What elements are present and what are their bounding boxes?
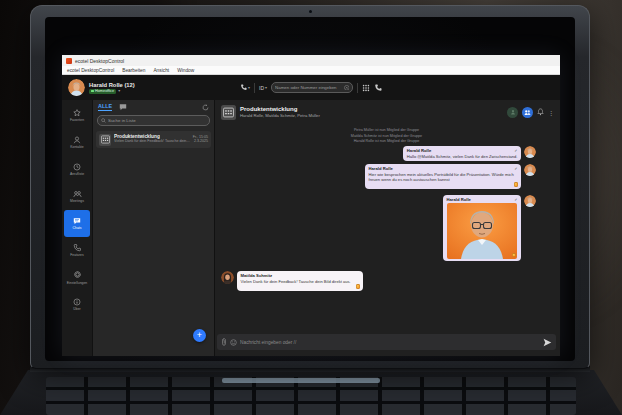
chevron-down-icon: ▾ — [248, 86, 250, 90]
contact-search-input[interactable] — [275, 85, 342, 90]
laptop-base — [0, 370, 622, 415]
group-avatar-icon — [99, 134, 111, 146]
info-icon — [73, 298, 81, 306]
presence-dot-icon — [91, 90, 94, 93]
reaction-emoji[interactable] — [356, 284, 361, 289]
chevron-down-icon: ▾ — [265, 86, 267, 90]
conversation-actions: ⋮ — [507, 107, 554, 118]
portrait-photo[interactable] — [447, 203, 517, 259]
message-input-field[interactable] — [217, 334, 556, 350]
chat-item-body: Produktentwicklung Fr., 15:05 Vielen Dan… — [114, 134, 208, 146]
sidebar-item-features[interactable]: Features — [64, 237, 90, 264]
menu-item-window[interactable]: Window — [177, 68, 194, 73]
call-mode-button[interactable]: ▾ — [240, 84, 250, 91]
sidebar-item-favoriten[interactable]: Favoriten — [64, 102, 90, 129]
chat-list-item-produktentwicklung[interactable]: Produktentwicklung Fr., 15:05 Vielen Dan… — [96, 131, 211, 148]
message-input[interactable] — [240, 340, 540, 345]
list-search-field[interactable] — [97, 115, 210, 126]
message-bubble-incoming: Matilda Schmitz Vielen Dank für dein Fee… — [237, 271, 363, 290]
conversation-title: Produktentwicklung — [240, 106, 320, 112]
phone-icon — [240, 84, 247, 91]
delivered-check-icon: ✓ — [514, 148, 517, 153]
webcam-dot — [309, 10, 312, 13]
user-avatar[interactable] — [68, 79, 85, 96]
clock-icon — [73, 163, 81, 171]
tab-alle[interactable]: ALLE — [98, 103, 112, 111]
chat-item-date: 2.3.2025 — [194, 139, 208, 143]
sender-avatar — [524, 195, 536, 207]
bell-icon[interactable] — [537, 108, 544, 116]
system-messages: Petra Müller ist nun Mitglied der Gruppe… — [221, 128, 552, 143]
app-window: ecotel DesktopControl ecotel DesktopCont… — [62, 55, 560, 356]
message-sender: Harald Rolle — [407, 148, 431, 153]
send-icon[interactable] — [543, 338, 552, 347]
window-title: ecotel DesktopControl — [75, 58, 124, 64]
message-bubble-outgoing: Harald Rolle✓ Hallo @Matilda Schmitz, vi… — [403, 146, 521, 161]
menu-item-ansicht[interactable]: Ansicht — [153, 68, 169, 73]
presence-label: Homeoffice — [95, 89, 114, 93]
message-row: Matilda Schmitz Vielen Dank für dein Fee… — [221, 271, 552, 290]
clear-icon[interactable] — [344, 85, 350, 91]
person-icon — [73, 136, 81, 144]
id-selector[interactable]: ID ▾ — [259, 85, 267, 91]
emoji-icon[interactable] — [230, 339, 237, 346]
menu-bar: ecotel DesktopControl Bearbeiten Ansicht… — [62, 66, 560, 75]
divider — [254, 83, 255, 93]
message-bubble-image: Harald Rolle✓ — [443, 195, 521, 262]
group-call-icon[interactable] — [507, 107, 518, 118]
group-chat-tab-icon[interactable] — [119, 103, 127, 111]
menu-item-app[interactable]: ecotel DesktopControl — [67, 68, 114, 73]
conversation-panel: Produktentwicklung Harald Rolle, Matilda… — [215, 100, 560, 356]
presence-selector[interactable]: Homeoffice ▾ — [89, 89, 135, 94]
chat-list-panel: ALLE Produktentwicklung Fr., 15:0 — [92, 100, 215, 356]
conversation-header: Produktentwicklung Harald Rolle, Matilda… — [215, 100, 560, 124]
contact-search-field[interactable] — [271, 82, 353, 93]
chat-icon — [73, 217, 81, 225]
system-message: Harald Rolle ist nun Mitglied der Gruppe — [354, 139, 420, 143]
message-sender: Harald Rolle — [447, 197, 471, 202]
kebab-menu-icon[interactable]: ⋮ — [548, 109, 554, 116]
message-list: Petra Müller ist nun Mitglied der Gruppe… — [215, 124, 560, 333]
group-avatar-icon — [221, 105, 236, 120]
system-message: Matilda Schmitz ist nun Mitglied der Gru… — [351, 134, 422, 138]
new-chat-button[interactable]: + — [193, 329, 206, 342]
chat-list-tabs: ALLE — [93, 100, 214, 113]
reaction-emoji[interactable] — [514, 182, 519, 187]
attachment-icon[interactable] — [221, 338, 227, 346]
call-button[interactable] — [374, 84, 382, 92]
sidebar-item-chats[interactable]: Chats — [64, 210, 90, 237]
id-label: ID — [259, 85, 264, 91]
system-message: Petra Müller ist nun Mitglied der Gruppe — [354, 128, 419, 132]
sender-avatar — [524, 146, 536, 158]
presence-chip: Homeoffice — [89, 89, 116, 94]
conversation-titles: Produktentwicklung Harald Rolle, Matilda… — [240, 106, 320, 118]
sidebar-item-kontakte[interactable]: Kontakte — [64, 129, 90, 156]
menu-item-bearbeiten[interactable]: Bearbeiten — [122, 68, 145, 73]
message-row: Harald Rolle✓ Hier wie besprochen mein a… — [221, 164, 552, 189]
refresh-icon[interactable] — [202, 104, 209, 111]
window-titlebar: ecotel DesktopControl — [62, 55, 560, 66]
message-row: Harald Rolle✓ Hallo @Matilda Schmitz, vi… — [221, 146, 552, 161]
message-text: Hallo @Matilda Schmitz, vielen Dank für … — [407, 154, 518, 159]
sender-avatar — [221, 271, 234, 284]
sidebar-item-einstellungen[interactable]: Einstellungen — [64, 264, 90, 291]
chevron-down-icon[interactable]: ▾ — [118, 89, 120, 93]
sidebar-item-meetings[interactable]: Meetings — [64, 183, 90, 210]
message-row: Harald Rolle✓ — [221, 195, 552, 262]
dialpad-icon[interactable] — [362, 84, 370, 92]
participants-icon[interactable] — [522, 107, 533, 118]
sidebar-item-ueber[interactable]: Über — [64, 291, 90, 318]
message-input-bar — [217, 333, 556, 351]
call-toolbar: ▾ ID ▾ — [240, 78, 382, 97]
user-name: Harald Rolle (12) — [89, 82, 135, 88]
delivered-check-icon: ✓ — [514, 197, 517, 202]
list-search-input[interactable] — [108, 118, 206, 123]
sender-avatar — [524, 164, 536, 176]
user-meta: Harald Rolle (12) Homeoffice ▾ — [89, 82, 135, 94]
sidebar-item-anrufliste[interactable]: Anrufliste — [64, 156, 90, 183]
conversation-participants: Harald Rolle, Matilda Schmitz, Petra Mül… — [240, 113, 320, 118]
divider — [357, 83, 358, 93]
gear-icon — [73, 270, 82, 279]
laptop-trackpad-edge — [222, 378, 380, 383]
chat-item-preview: Vielen Dank für dein Feedback! Tausche d… — [114, 139, 190, 143]
